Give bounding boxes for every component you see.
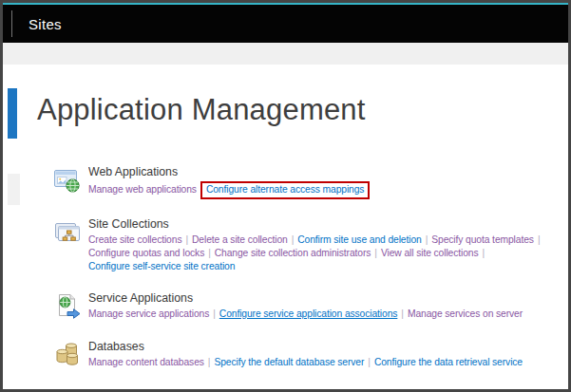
section-body-web-applications: Web ApplicationsManage web applicationsC…: [88, 165, 565, 199]
header-bar: Sites: [3, 5, 568, 43]
web-application-window-globe-icon: [52, 165, 83, 196]
left-scroll-strip: [8, 174, 20, 205]
subheader-band: [3, 43, 568, 65]
separator: |: [483, 248, 485, 258]
separator: |: [292, 234, 295, 245]
manage-content-databases-link[interactable]: Manage content databases: [88, 357, 204, 367]
site-collections-org-chart-icon: [52, 217, 83, 248]
view-all-site-collections-link[interactable]: View all site collections: [381, 248, 479, 258]
section-body-databases: DatabasesManage content databases|Specif…: [88, 340, 565, 370]
section-heading-databases: Databases: [88, 340, 565, 353]
section-service-applications: Service ApplicationsManage service appli…: [52, 291, 565, 322]
configure-self-service-site-creation-link[interactable]: Configure self-service site creation: [88, 261, 235, 271]
separator: |: [213, 308, 216, 319]
delete-a-site-collection-link[interactable]: Delete a site collection: [192, 234, 288, 245]
header-divider: [11, 10, 12, 37]
link-line: Manage web applicationsConfigure alterna…: [88, 181, 565, 199]
section-databases: DatabasesManage content databases|Specif…: [52, 340, 565, 370]
confirm-site-use-and-deletion-link[interactable]: Confirm site use and deletion: [297, 234, 421, 245]
title-accent-bar: [8, 88, 17, 139]
databases-cylinders-icon: [52, 340, 83, 370]
section-web-applications: Web ApplicationsManage web applicationsC…: [52, 165, 565, 199]
service-applications-page-globe-arrow-icon: [52, 291, 83, 322]
separator: |: [374, 248, 377, 258]
manage-services-on-server-link[interactable]: Manage services on server: [408, 308, 523, 319]
configure-the-data-retrieval-service-link[interactable]: Configure the data retrieval service: [374, 357, 523, 367]
create-site-collections-link[interactable]: Create site collections: [88, 234, 181, 245]
configure-service-application-associations-link[interactable]: Configure service application associatio…: [219, 308, 398, 319]
link-line: Manage service applications|Configure se…: [88, 308, 565, 321]
section-heading-site-collections: Site Collections: [88, 217, 565, 231]
link-line: Configure self-service site creation: [88, 260, 565, 273]
specify-the-default-database-server-link[interactable]: Specify the default database server: [214, 357, 364, 367]
separator: |: [538, 234, 541, 245]
specify-quota-templates-link[interactable]: Specify quota templates: [431, 234, 534, 245]
section-site-collections: Site CollectionsCreate site collections|…: [52, 217, 565, 273]
separator: |: [208, 357, 211, 367]
highlight-box: Configure alternate access mappings: [200, 181, 371, 199]
link-line: Create site collections|Delete a site co…: [88, 233, 565, 247]
page-title: Application Management: [37, 93, 366, 127]
section-body-service-applications: Service ApplicationsManage service appli…: [88, 291, 565, 322]
section-heading-web-applications: Web Applications: [88, 165, 565, 178]
header-title: Sites: [29, 16, 62, 32]
configure-quotas-and-locks-link[interactable]: Configure quotas and locks: [88, 248, 204, 258]
section-heading-service-applications: Service Applications: [88, 291, 565, 305]
manage-service-applications-link[interactable]: Manage service applications: [88, 308, 209, 319]
link-line: Manage content databases|Specify the def…: [88, 356, 565, 369]
separator: |: [426, 234, 428, 245]
sections-list: Web ApplicationsManage web applicationsC…: [52, 165, 565, 388]
section-body-site-collections: Site CollectionsCreate site collections|…: [88, 217, 565, 273]
manage-web-applications-link[interactable]: Manage web applications: [88, 184, 197, 195]
change-site-collection-administrators-link[interactable]: Change site collection administrators: [215, 248, 371, 258]
configure-alternate-access-mappings-link[interactable]: Configure alternate access mappings: [206, 184, 365, 195]
separator: |: [185, 234, 188, 245]
separator: |: [401, 308, 404, 319]
link-line: Configure quotas and locks|Change site c…: [88, 247, 565, 260]
separator: |: [368, 357, 371, 367]
central-admin-window: Sites Application Management Web Applica…: [0, 0, 571, 392]
separator: |: [208, 248, 211, 258]
